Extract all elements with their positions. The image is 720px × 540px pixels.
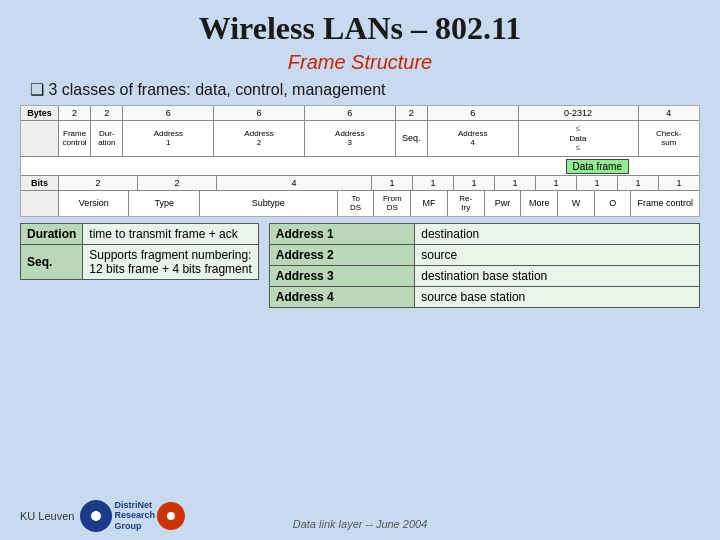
subtitle: Frame Structure <box>20 51 700 74</box>
bit-col-1-4: 1 <box>495 176 536 190</box>
bytes-header-row: Bytes 2 2 6 6 6 2 6 0-2312 4 <box>21 106 699 121</box>
bits-content-row: Version Type Subtype ToDS FromDS MF Re-t… <box>21 191 699 216</box>
bytes-content-cells: Framecontrol Dur-ation Address1 Address2… <box>59 121 699 156</box>
cell-duration: Dur-ation <box>91 121 123 156</box>
cell-frame-control: Framecontrol <box>59 121 91 156</box>
cell-to-ds: ToDS <box>338 191 375 216</box>
logo-graphic: DistriNetResearchGroup <box>80 500 185 532</box>
byte-col-2-1: 2 <box>59 106 91 120</box>
table-row-addr4: Address 4 source base station <box>269 286 699 307</box>
duration-value: time to transmit frame + ack <box>83 223 258 244</box>
bit-col-1-7: 1 <box>618 176 659 190</box>
cell-o: O <box>595 191 631 216</box>
addr4-label: Address 4 <box>269 286 414 307</box>
byte-col-2-3: 2 <box>396 106 428 120</box>
logo-inner-circle-right <box>167 512 175 520</box>
bytes-header-cells: 2 2 6 6 6 2 6 0-2312 4 <box>59 106 699 120</box>
table-row-duration: Duration time to transmit frame + ack <box>21 223 259 244</box>
data-frame-badge-row: Data frame <box>21 157 699 175</box>
bit-col-1-8: 1 <box>659 176 699 190</box>
bit-col-1-1: 1 <box>372 176 413 190</box>
bits-header-cells: 2 2 4 1 1 1 1 1 1 1 1 <box>59 176 699 190</box>
cell-address2: Address2 <box>214 121 305 156</box>
cell-subtype: Subtype <box>200 191 338 216</box>
cell-type: Type <box>129 191 199 216</box>
bits-label: Bits <box>21 176 59 190</box>
cell-version: Version <box>59 191 129 216</box>
frame-control-label: Frame control <box>630 191 699 216</box>
byte-col-6-1: 6 <box>123 106 214 120</box>
bit-col-1-6: 1 <box>577 176 618 190</box>
cell-retry: Re-try <box>448 191 485 216</box>
addr1-label: Address 1 <box>269 223 414 244</box>
byte-col-0312: 0-2312 <box>519 106 639 120</box>
cell-seq: Seq. <box>396 121 428 156</box>
byte-col-6-3: 6 <box>305 106 396 120</box>
duration-label: Duration <box>21 223 83 244</box>
bit-col-1-5: 1 <box>536 176 577 190</box>
cell-checksum: Check-sum <box>639 121 699 156</box>
addr3-value: destination base station <box>415 265 700 286</box>
left-info-table: Duration time to transmit frame + ack Se… <box>20 223 259 308</box>
cell-address3: Address3 <box>305 121 396 156</box>
frame-diagram: Bytes 2 2 6 6 6 2 6 0-2312 4 Framecontro… <box>20 105 700 217</box>
byte-col-2-2: 2 <box>91 106 123 120</box>
bit-col-2-1: 2 <box>59 176 138 190</box>
bits-content-cells: Version Type Subtype ToDS FromDS MF Re-t… <box>59 191 630 216</box>
cell-from-ds: FromDS <box>374 191 411 216</box>
footer-text: Data link layer -- June 2004 <box>293 518 428 530</box>
slide: Wireless LANs – 802.11 Frame Structure 3… <box>0 0 720 540</box>
duration-seq-table: Duration time to transmit frame + ack Se… <box>20 223 259 280</box>
ku-leuven-text: KU Leuven <box>20 510 74 522</box>
byte-col-6-2: 6 <box>214 106 305 120</box>
bytes-content-row: Framecontrol Dur-ation Address1 Address2… <box>21 121 699 157</box>
bits-row-label-empty <box>21 191 59 216</box>
logo-circle-left <box>80 500 112 532</box>
bit-col-1-2: 1 <box>413 176 454 190</box>
addr2-label: Address 2 <box>269 244 414 265</box>
logo-area: KU Leuven DistriNetResearchGroup <box>20 500 185 532</box>
bit-col-4: 4 <box>217 176 372 190</box>
page-title: Wireless LANs – 802.11 <box>20 10 700 47</box>
cell-data: ≤ Data ≤ <box>519 121 639 156</box>
seq-label: Seq. <box>21 244 83 279</box>
data-frame-badge: Data frame <box>566 159 629 174</box>
byte-col-6-4: 6 <box>428 106 519 120</box>
bytes-label: Bytes <box>21 106 59 120</box>
cell-pwr: Pwr <box>485 191 522 216</box>
bits-header-row: Bits 2 2 4 1 1 1 1 1 1 1 1 <box>21 175 699 191</box>
seq-value: Supports fragment numbering:12 bits fram… <box>83 244 258 279</box>
logo-inner-circle <box>91 511 101 521</box>
bytes-row-label-empty <box>21 121 59 156</box>
bit-col-2-2: 2 <box>138 176 217 190</box>
cell-w: W <box>558 191 595 216</box>
byte-col-4: 4 <box>639 106 699 120</box>
bit-col-1-3: 1 <box>454 176 495 190</box>
table-row-seq: Seq. Supports fragment numbering:12 bits… <box>21 244 259 279</box>
addr3-label: Address 3 <box>269 265 414 286</box>
logo-text: DistriNetResearchGroup <box>114 500 155 532</box>
bullet-point: 3 classes of frames: data, control, mana… <box>20 80 700 99</box>
table-row-addr2: Address 2 source <box>269 244 699 265</box>
bottom-section: Duration time to transmit frame + ack Se… <box>20 223 700 308</box>
addr4-value: source base station <box>415 286 700 307</box>
cell-more: More <box>521 191 558 216</box>
table-row-addr1: Address 1 destination <box>269 223 699 244</box>
cell-address4: Address4 <box>428 121 519 156</box>
table-row-addr3: Address 3 destination base station <box>269 265 699 286</box>
cell-address1: Address1 <box>123 121 214 156</box>
addr1-value: destination <box>415 223 700 244</box>
address-table: Address 1 destination Address 2 source A… <box>269 223 700 308</box>
logo-circle-right <box>157 502 185 530</box>
addr2-value: source <box>415 244 700 265</box>
cell-mf: MF <box>411 191 448 216</box>
right-info-table: Address 1 destination Address 2 source A… <box>269 223 700 308</box>
